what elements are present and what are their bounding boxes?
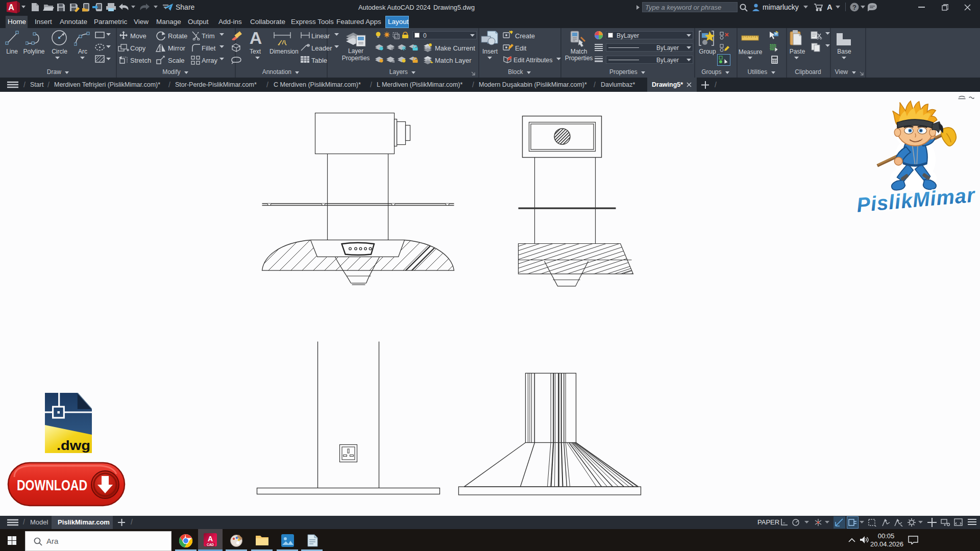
svg-text:CAD: CAD bbox=[207, 543, 214, 546]
svg-text:A: A bbox=[208, 535, 213, 543]
svg-text:A: A bbox=[8, 3, 14, 12]
svg-text:.dwg: .dwg bbox=[57, 438, 90, 453]
svg-text:PislikMimar: PislikMimar bbox=[855, 183, 976, 216]
svg-text:DOWNLOAD: DOWNLOAD bbox=[17, 477, 87, 493]
svg-text:?: ? bbox=[852, 4, 856, 11]
